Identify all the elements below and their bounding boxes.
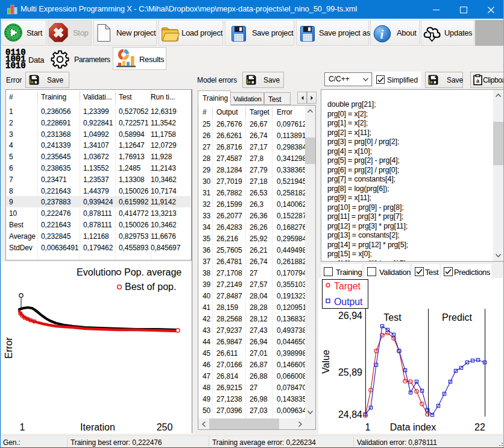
svg-text:Test: Test — [383, 312, 402, 323]
svg-text:26,94: 26,94 — [338, 311, 362, 321]
svg-text:Predict: Predict — [442, 312, 472, 323]
svg-text:25,89: 25,89 — [338, 367, 362, 377]
svg-text:Value: Value — [321, 350, 331, 374]
svg-text:Best of pop.: Best of pop. — [125, 282, 176, 292]
svg-text:1: 1 — [20, 422, 25, 432]
svg-text:1: 1 — [365, 422, 371, 432]
svg-text:Iteration: Iteration — [80, 422, 115, 432]
svg-text:24,84: 24,84 — [338, 409, 362, 420]
svg-text:i: i — [380, 27, 384, 42]
svg-text:Evolution: Evolution — [77, 267, 116, 277]
svg-text:250: 250 — [157, 422, 173, 432]
svg-text:22: 22 — [474, 422, 485, 432]
svg-text:Data index: Data index — [390, 422, 436, 432]
svg-text:Pop. average: Pop. average — [124, 267, 181, 277]
svg-text:Error: Error — [4, 337, 14, 359]
